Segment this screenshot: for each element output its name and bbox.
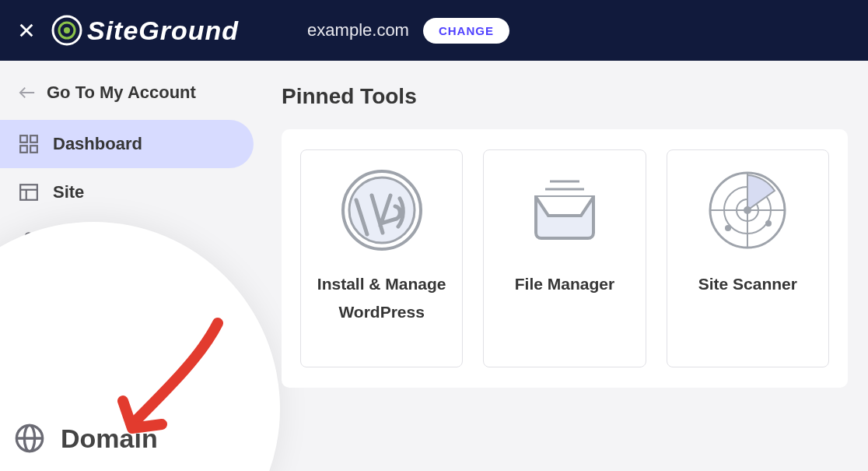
sidebar-item-label: Site — [53, 182, 84, 202]
lock-icon — [19, 230, 39, 251]
dashboard-icon — [19, 134, 39, 154]
rocket-icon — [19, 279, 39, 299]
card-label: File Manager — [515, 270, 614, 298]
close-icon — [18, 22, 35, 39]
siteground-logo-icon — [51, 15, 82, 46]
pinned-tools-panel: Install & Manage WordPress File Manager — [282, 129, 848, 388]
current-domain: example.com — [307, 20, 409, 40]
close-button[interactable] — [16, 19, 37, 41]
card-site-scanner[interactable]: Site Scanner — [667, 149, 829, 367]
svg-point-2 — [64, 27, 70, 33]
sidebar-item-label: Dashboard — [53, 134, 142, 154]
wordpress-logo-icon — [339, 167, 425, 253]
svg-rect-4 — [30, 135, 37, 142]
back-to-account-link[interactable]: Go To My Account — [0, 61, 261, 120]
card-label: Install & Manage WordPress — [312, 270, 451, 325]
main-content: Pinned Tools Install & Manage WordPress — [261, 61, 868, 471]
sidebar-item-label: Security — [53, 230, 121, 251]
globe-icon — [14, 423, 45, 454]
section-title: Pinned Tools — [282, 84, 848, 109]
sidebar-item-label: Speed — [53, 279, 104, 299]
svg-point-11 — [29, 286, 32, 289]
back-label: Go To My Account — [47, 83, 196, 103]
sidebar-item-domain[interactable]: Domain — [14, 423, 158, 454]
sidebar-item-speed[interactable]: Speed — [0, 265, 254, 313]
file-tray-icon — [522, 167, 607, 253]
sidebar: Go To My Account Dashboard Site Security… — [0, 61, 261, 471]
sidebar-item-security[interactable]: Security — [0, 216, 254, 265]
svg-point-26 — [765, 220, 772, 227]
svg-rect-7 — [20, 185, 37, 200]
arrow-left-icon — [19, 86, 36, 100]
card-label: Site Scanner — [698, 270, 797, 298]
sidebar-item-wordpress[interactable]: WordPress — [0, 313, 254, 361]
top-header: SiteGround example.com CHANGE — [0, 0, 868, 61]
svg-point-27 — [725, 225, 731, 231]
card-install-wordpress[interactable]: Install & Manage WordPress — [300, 149, 463, 367]
radar-icon — [705, 167, 790, 253]
brand-name: SiteGround — [87, 16, 239, 46]
svg-rect-5 — [20, 146, 27, 153]
svg-rect-3 — [20, 135, 27, 142]
card-file-manager[interactable]: File Manager — [483, 149, 646, 367]
sidebar-item-label: WordPress — [53, 327, 143, 347]
sidebar-item-label: Domain — [61, 424, 158, 454]
sidebar-item-site[interactable]: Site — [0, 168, 254, 216]
sidebar-item-dashboard[interactable]: Dashboard — [0, 120, 254, 168]
site-icon — [19, 182, 39, 202]
svg-rect-6 — [30, 146, 37, 153]
wordpress-icon — [19, 327, 39, 347]
brand-logo[interactable]: SiteGround — [51, 15, 239, 46]
change-domain-button[interactable]: CHANGE — [423, 18, 509, 44]
svg-rect-10 — [23, 240, 34, 248]
svg-point-25 — [744, 206, 751, 214]
